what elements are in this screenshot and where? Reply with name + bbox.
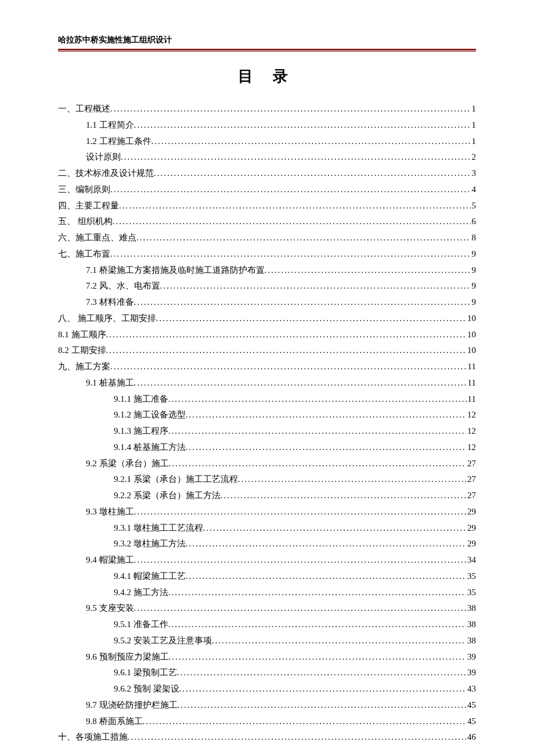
- document-page: 哈拉苏中桥实施性施工组织设计 目 录 一、工程概述11.1 工程简介11.2 工…: [0, 0, 534, 756]
- toc-entry: 9.3.1 墩柱施工工艺流程29: [58, 520, 476, 537]
- toc-entry-page: 35: [466, 585, 476, 601]
- toc-entry-page: 1: [471, 101, 477, 117]
- toc-entry-page: 3: [471, 165, 477, 182]
- toc-entry-page: 29: [466, 520, 476, 537]
- toc-entry: 9.4 帽梁施工34: [58, 552, 476, 568]
- toc-entry-page: 1: [471, 117, 477, 134]
- toc-entry: 9.4.2 施工方法35: [58, 585, 476, 601]
- toc-entry-page: 11: [467, 359, 476, 375]
- toc-leader-dots: [121, 149, 471, 165]
- toc-entry: 七、施工布置9: [58, 246, 476, 262]
- toc-leader-dots: [178, 697, 467, 714]
- toc-leader-dots: [221, 488, 466, 504]
- toc-entry-label: 五、 组织机构: [58, 214, 113, 230]
- toc-entry: 9.1.2 施工设备选型12: [58, 407, 476, 423]
- toc-entry-label: 八、 施工顺序、工期安排: [58, 311, 156, 327]
- toc-entry-label: 三、编制原则: [58, 182, 110, 198]
- toc-entry-page: 39: [466, 649, 476, 665]
- toc-entry-label: 9.3 墩柱施工: [86, 504, 134, 520]
- toc-leader-dots: [106, 343, 467, 359]
- toc-leader-dots: [169, 649, 467, 665]
- toc-leader-dots: [113, 214, 471, 230]
- table-of-contents: 一、工程概述11.1 工程简介11.2 工程施工条件1设计原则2二、技术标准及设…: [58, 101, 476, 746]
- toc-entry-page: 39: [466, 665, 476, 681]
- toc-entry: 9.2 系梁（承台）施工27: [58, 456, 476, 472]
- toc-entry: 9.1.1 施工准备11: [58, 391, 476, 408]
- toc-entry-page: 46: [466, 729, 476, 746]
- toc-entry-label: 9.8 桥面系施工: [86, 714, 143, 730]
- toc-entry-page: 9: [471, 262, 477, 279]
- toc-entry-page: 10: [466, 327, 476, 343]
- toc-entry: 9.5.1 准备工作38: [58, 617, 476, 633]
- toc-leader-dots: [119, 198, 471, 214]
- header-text: 哈拉苏中桥实施性施工组织设计: [58, 35, 172, 44]
- toc-entry-label: 9.2.2 系梁（承台）施工方法: [114, 488, 221, 504]
- toc-leader-dots: [168, 585, 466, 601]
- toc-entry-label: 1.1 工程简介: [86, 117, 134, 134]
- toc-leader-dots: [136, 230, 471, 246]
- toc-leader-dots: [134, 552, 467, 568]
- toc-entry-page: 27: [466, 488, 476, 504]
- toc-leader-dots: [134, 117, 471, 134]
- toc-leader-dots: [177, 665, 466, 681]
- toc-entry-label: 7.1 桥梁施工方案措施及临时施工道路防护布置: [86, 262, 265, 279]
- toc-entry: 二、技术标准及设计规范3: [58, 165, 476, 182]
- toc-entry: 9.6.1 梁预制工艺39: [58, 665, 476, 681]
- toc-entry-page: 45: [466, 697, 476, 714]
- toc-entry-label: 9.5 支座安装: [86, 600, 134, 617]
- toc-leader-dots: [169, 456, 467, 472]
- toc-leader-dots: [134, 600, 467, 617]
- toc-entry-label: 9.4.2 施工方法: [114, 585, 168, 601]
- toc-entry: 九、施工方案11: [58, 359, 476, 375]
- toc-entry-page: 45: [466, 714, 476, 730]
- toc-entry: 设计原则2: [58, 149, 476, 165]
- toc-entry-page: 10: [466, 311, 476, 327]
- toc-leader-dots: [168, 423, 466, 440]
- toc-entry: 六、施工重点、难点8: [58, 230, 476, 246]
- toc-entry-label: 9.1.3 施工程序: [114, 423, 168, 440]
- toc-entry-label: 9.2 系梁（承台）施工: [86, 456, 169, 472]
- toc-leader-dots: [186, 440, 466, 456]
- toc-leader-dots: [160, 278, 471, 294]
- toc-entry-label: 9.1 桩基施工: [86, 375, 134, 391]
- toc-leader-dots: [265, 262, 471, 279]
- toc-entry-page: 10: [466, 343, 476, 359]
- toc-leader-dots: [110, 359, 467, 375]
- toc-entry-label: 7.3 材料准备: [86, 294, 134, 311]
- toc-entry-label: 四、主要工程量: [58, 198, 119, 214]
- toc-entry: 十、各项施工措施46: [58, 729, 476, 746]
- toc-entry-page: 11: [467, 391, 476, 408]
- toc-entry-page: 29: [466, 504, 476, 520]
- toc-entry-label: 9.4.1 帽梁施工工艺: [114, 568, 186, 585]
- toc-entry: 1.2 工程施工条件1: [58, 134, 476, 150]
- toc-entry: 9.2.1 系梁（承台）施工工艺流程27: [58, 471, 476, 488]
- toc-entry: 八、 施工顺序、工期安排10: [58, 311, 476, 327]
- toc-leader-dots: [110, 182, 471, 198]
- toc-entry: 9.6.2 预制 梁架设43: [58, 681, 476, 697]
- header-divider: [58, 49, 476, 52]
- toc-entry-page: 1: [471, 134, 477, 150]
- toc-entry: 8.2 工期安排10: [58, 343, 476, 359]
- toc-leader-dots: [134, 504, 467, 520]
- toc-entry: 四、主要工程量5: [58, 198, 476, 214]
- toc-entry-page: 12: [466, 440, 476, 456]
- toc-entry-label: 1.2 工程施工条件: [86, 134, 151, 150]
- toc-leader-dots: [179, 681, 467, 697]
- toc-entry-page: 9: [471, 278, 477, 294]
- toc-entry-page: 34: [466, 552, 476, 568]
- toc-entry: 9.1.4 桩基施工方法12: [58, 440, 476, 456]
- toc-entry: 7.1 桥梁施工方案措施及临时施工道路防护布置9: [58, 262, 476, 279]
- toc-leader-dots: [186, 407, 466, 423]
- toc-leader-dots: [212, 633, 466, 649]
- toc-entry-label: 8.2 工期安排: [58, 343, 106, 359]
- toc-entry: 9.1.3 施工程序12: [58, 423, 476, 440]
- toc-entry: 五、 组织机构6: [58, 214, 476, 230]
- toc-leader-dots: [143, 714, 467, 730]
- toc-leader-dots: [156, 311, 466, 327]
- toc-entry-label: 9.4 帽梁施工: [86, 552, 134, 568]
- toc-leader-dots: [106, 327, 467, 343]
- toc-entry-page: 27: [466, 456, 476, 472]
- toc-entry: 9.8 桥面系施工45: [58, 714, 476, 730]
- toc-entry-label: 9.7 现浇砼防撞护栏施工: [86, 697, 178, 714]
- toc-entry: 7.3 材料准备9: [58, 294, 476, 311]
